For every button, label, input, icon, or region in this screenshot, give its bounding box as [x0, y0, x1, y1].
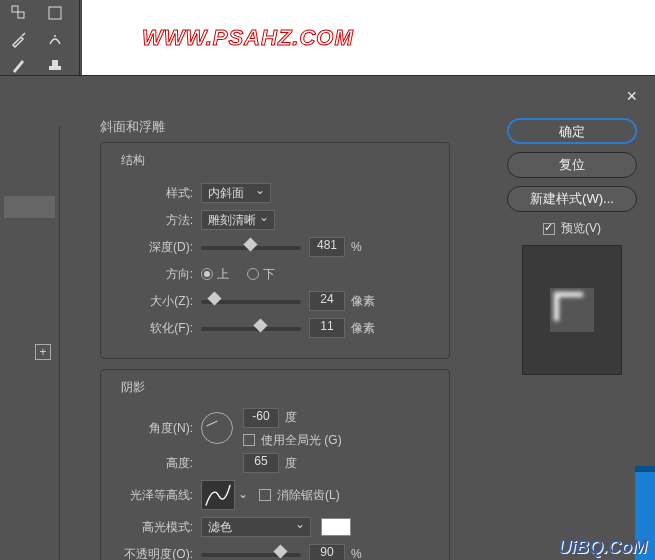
add-effect-button[interactable]: +	[35, 344, 51, 360]
soften-label: 软化(F):	[113, 320, 193, 337]
soften-slider[interactable]	[201, 321, 301, 335]
altitude-label: 高度:	[113, 455, 193, 472]
style-label: 样式:	[113, 185, 193, 202]
shading-fieldset: 阴影 角度(N): -60 度 使用全局光 (G) 高度:	[100, 369, 450, 560]
style-select[interactable]: 内斜面	[201, 183, 271, 203]
dialog-title: 斜面和浮雕	[100, 118, 450, 136]
settings-main: 斜面和浮雕 结构 样式: 内斜面 方法: 雕刻清晰 深度(D): 481 % 方…	[100, 118, 450, 560]
global-light-label: 使用全局光 (G)	[261, 432, 342, 449]
direction-down-label: 下	[263, 266, 275, 283]
structure-legend: 结构	[117, 152, 149, 169]
new-style-button[interactable]: 新建样式(W)...	[507, 186, 637, 212]
depth-slider[interactable]	[201, 240, 301, 254]
ok-button[interactable]: 确定	[507, 118, 637, 144]
global-light-checkbox[interactable]	[243, 434, 255, 446]
tool-icon-2[interactable]	[44, 2, 66, 24]
watermark-text: WWW.PSAHZ.COM	[142, 25, 354, 51]
healing-icon[interactable]	[44, 28, 66, 50]
uibq-watermark: UiBQ.CoM	[558, 537, 647, 558]
right-panel: 确定 复位 新建样式(W)... 预览(V)	[507, 118, 637, 375]
preview-swatch	[550, 288, 594, 332]
layer-style-dialog: × + 斜面和浮雕 结构 样式: 内斜面 方法: 雕刻清晰 深度(D): 481…	[0, 75, 655, 560]
direction-up-label: 上	[217, 266, 229, 283]
angle-label: 角度(N):	[113, 420, 193, 437]
gloss-contour-picker[interactable]	[201, 480, 235, 510]
stamp-icon[interactable]	[44, 54, 66, 76]
selected-effect-row[interactable]	[4, 196, 55, 218]
depth-unit: %	[351, 240, 362, 254]
direction-up-radio[interactable]	[201, 268, 213, 280]
highlight-mode-label: 高光模式:	[113, 519, 193, 536]
effect-preview	[522, 245, 622, 375]
size-input[interactable]: 24	[309, 291, 345, 311]
opacity-o-label: 不透明度(O):	[113, 546, 193, 561]
size-unit: 像素	[351, 293, 375, 310]
preview-checkbox[interactable]	[543, 223, 555, 235]
depth-input[interactable]: 481	[309, 237, 345, 257]
opacity-o-unit: %	[351, 547, 362, 560]
reset-button[interactable]: 复位	[507, 152, 637, 178]
brush-icon[interactable]	[8, 54, 30, 76]
depth-label: 深度(D):	[113, 239, 193, 256]
technique-label: 方法:	[113, 212, 193, 229]
tool-icon-1[interactable]	[8, 2, 30, 24]
angle-input[interactable]: -60	[243, 408, 279, 428]
soften-input[interactable]: 11	[309, 318, 345, 338]
preview-label: 预览(V)	[561, 220, 601, 237]
technique-select[interactable]: 雕刻清晰	[201, 210, 275, 230]
highlight-color-swatch[interactable]	[321, 518, 351, 536]
direction-label: 方向:	[113, 266, 193, 283]
size-slider[interactable]	[201, 294, 301, 308]
close-icon[interactable]: ×	[626, 86, 637, 107]
angle-dial[interactable]	[201, 412, 233, 444]
direction-down-radio[interactable]	[247, 268, 259, 280]
antialias-label: 消除锯齿(L)	[277, 487, 340, 504]
preview-toggle[interactable]: 预览(V)	[507, 220, 637, 237]
angle-unit: 度	[285, 409, 297, 426]
size-label: 大小(Z):	[113, 293, 193, 310]
structure-fieldset: 结构 样式: 内斜面 方法: 雕刻清晰 深度(D): 481 % 方向: 上 下	[100, 142, 450, 359]
svg-point-3	[54, 35, 56, 37]
soften-unit: 像素	[351, 320, 375, 337]
opacity-o-input[interactable]: 90	[309, 544, 345, 560]
svg-rect-2	[49, 7, 61, 19]
altitude-unit: 度	[285, 455, 297, 472]
altitude-input[interactable]: 65	[243, 453, 279, 473]
highlight-mode-select[interactable]: 滤色	[201, 517, 311, 537]
antialias-checkbox[interactable]	[259, 489, 271, 501]
svg-rect-1	[18, 12, 24, 18]
eyedropper-icon[interactable]	[8, 28, 30, 50]
shading-legend: 阴影	[117, 379, 149, 396]
toolbar	[0, 0, 80, 75]
opacity-o-slider[interactable]	[201, 547, 301, 560]
gloss-label: 光泽等高线:	[113, 487, 193, 504]
canvas-area: WWW.PSAHZ.COM	[82, 0, 655, 75]
svg-rect-0	[12, 6, 18, 12]
effects-list-panel: +	[0, 126, 60, 560]
